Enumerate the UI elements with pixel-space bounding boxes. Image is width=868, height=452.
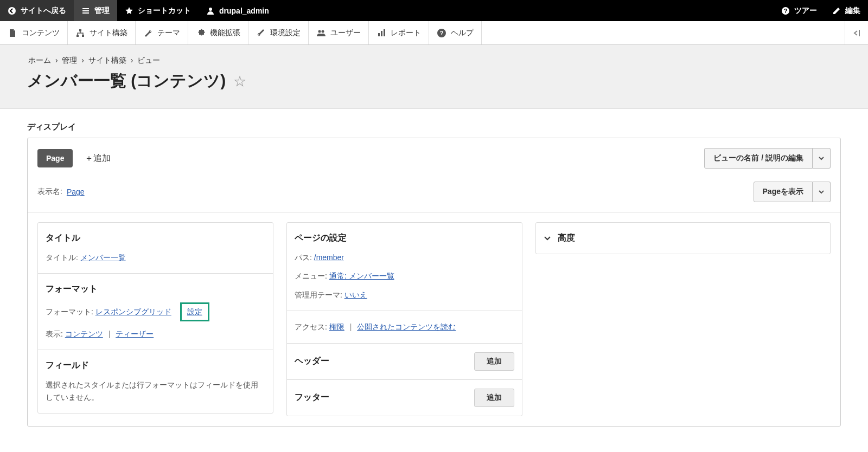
pencil-icon	[832, 7, 841, 15]
footer-heading: フッター	[295, 392, 329, 403]
section-footer: フッター 追加	[287, 380, 522, 416]
edit-view-name-label[interactable]: ビューの名前 / 説明の編集	[704, 148, 813, 169]
nav-config[interactable]: 環境設定	[248, 21, 309, 44]
bar-chart-icon	[376, 28, 386, 38]
user-menu[interactable]: drupal_admin	[199, 0, 277, 21]
breadcrumb: ホーム › 管理 › サイト構築 › ビュー	[27, 56, 841, 66]
title-heading: タイトル	[46, 233, 265, 244]
star-icon	[125, 7, 133, 15]
file-icon	[8, 28, 17, 38]
nav-content[interactable]: コンテンツ	[0, 21, 68, 44]
access-link[interactable]: 権限	[329, 322, 344, 331]
header-add-button[interactable]: 追加	[474, 352, 514, 371]
admin-toolbar: サイトへ戻る 管理 ショートカット drupal_admin ? ツアー	[0, 0, 868, 21]
svg-text:?: ?	[440, 30, 444, 36]
path-link[interactable]: /member	[314, 253, 344, 262]
puzzle-icon	[196, 28, 206, 38]
show-teaser-link[interactable]: ティーザー	[116, 330, 154, 338]
format-value-link[interactable]: レスポンシブグリッド	[95, 307, 171, 316]
breadcrumb-structure[interactable]: サイト構築	[88, 56, 126, 64]
breadcrumb-sep: ›	[131, 56, 133, 64]
breadcrumb-views[interactable]: ビュー	[137, 56, 160, 64]
favorite-star-icon[interactable]: ☆	[233, 73, 246, 90]
admin-theme-link[interactable]: いいえ	[344, 290, 367, 299]
nav-structure-label: サイト構築	[90, 28, 127, 38]
edit-label: 編集	[845, 6, 860, 16]
show-value-link[interactable]: コンテンツ	[65, 330, 103, 338]
user-label: drupal_admin	[219, 7, 269, 15]
footer-add-button[interactable]: 追加	[474, 389, 514, 407]
content-region: ディスプレイ Page ＋追加 ビューの名前 / 説明の編集 表示名: Page…	[0, 109, 868, 440]
nav-people[interactable]: ユーザー	[309, 21, 369, 44]
add-display-button[interactable]: ＋追加	[85, 153, 111, 164]
nav-extend[interactable]: 機能拡張	[188, 21, 248, 44]
advanced-toggle[interactable]: 高度	[536, 223, 830, 254]
settings-columns: タイトル タイトル: メンバー一覧 フォーマット フォーマット: レスポンシブグ…	[28, 212, 840, 426]
breadcrumb-sep: ›	[81, 56, 84, 64]
section-header: ヘッダー 追加	[287, 344, 522, 380]
view-page-button[interactable]: Pageを表示	[754, 182, 831, 202]
nav-config-label: 環境設定	[270, 28, 301, 38]
toolbar-collapse[interactable]	[845, 21, 868, 44]
header-heading: ヘッダー	[295, 356, 329, 367]
menu-label: メニュー:	[295, 272, 327, 280]
svg-rect-11	[384, 29, 385, 36]
help-circle-icon: ?	[781, 7, 790, 15]
breadcrumb-sep: ›	[55, 56, 58, 64]
format-heading: フォーマット	[46, 283, 265, 295]
column-third: 高度	[535, 222, 831, 254]
nav-content-label: コンテンツ	[22, 28, 60, 38]
back-to-site[interactable]: サイトへ戻る	[0, 0, 74, 21]
page-settings-heading: ページの設定	[295, 233, 514, 244]
breadcrumb-home[interactable]: ホーム	[28, 56, 51, 64]
edit-view-name-caret[interactable]	[813, 148, 831, 169]
menu-link[interactable]: 通常: メンバー一覧	[329, 272, 394, 280]
view-page-label[interactable]: Pageを表示	[754, 182, 813, 202]
chevron-down-icon	[544, 235, 551, 242]
format-label: フォーマット:	[46, 307, 93, 316]
section-title: タイトル タイトル: メンバー一覧	[38, 223, 273, 274]
edit-view-name-button[interactable]: ビューの名前 / 説明の編集	[704, 148, 831, 169]
display-name-label: 表示名:	[37, 187, 62, 197]
nav-reports[interactable]: レポート	[369, 21, 429, 44]
hamburger-icon	[81, 7, 90, 15]
tour-button[interactable]: ? ツアー	[774, 0, 825, 21]
svg-point-1	[209, 8, 212, 11]
breadcrumb-admin[interactable]: 管理	[62, 56, 77, 64]
display-name-link[interactable]: Page	[67, 188, 85, 196]
manage-toggle[interactable]: 管理	[74, 0, 117, 21]
format-settings-highlight: 設定	[180, 302, 209, 321]
svg-point-0	[8, 7, 16, 15]
access-perm-link[interactable]: 公開されたコンテンツを読む	[357, 322, 456, 331]
svg-rect-10	[381, 31, 382, 36]
access-label: アクセス:	[295, 322, 327, 331]
section-access: アクセス: 権限 | 公開されたコンテンツを読む	[287, 311, 522, 343]
arrow-left-circle-icon	[8, 7, 16, 15]
edit-button[interactable]: 編集	[825, 0, 868, 21]
column-first: タイトル タイトル: メンバー一覧 フォーマット フォーマット: レスポンシブグ…	[37, 222, 273, 414]
advanced-label: 高度	[558, 233, 575, 244]
admin-menu: コンテンツ サイト構築 テーマ 機能拡張 環境設定 ユーザー レポート	[0, 21, 868, 45]
fields-desc: 選択されたスタイルまたは行フォーマットはフィールドを使用していません。	[46, 379, 265, 403]
column-second: ページの設定 パス: /member メニュー: 通常: メンバー一覧 管理用テ…	[286, 222, 522, 416]
nav-structure[interactable]: サイト構築	[68, 21, 136, 44]
sitemap-icon	[75, 28, 85, 38]
chevron-down-icon	[818, 155, 825, 162]
shortcuts-toggle[interactable]: ショートカット	[117, 0, 199, 21]
display-name-row: 表示名: Page Pageを表示	[28, 176, 840, 212]
nav-extend-label: 機能拡張	[210, 28, 240, 38]
format-settings-link[interactable]: 設定	[187, 307, 202, 316]
nav-appearance[interactable]: テーマ	[136, 21, 188, 44]
nav-help[interactable]: ? ヘルプ	[429, 21, 482, 44]
back-to-site-label: サイトへ戻る	[21, 6, 66, 16]
svg-point-8	[322, 30, 324, 33]
path-label: パス:	[295, 253, 312, 262]
title-value-link[interactable]: メンバー一覧	[80, 253, 126, 262]
users-icon	[316, 28, 326, 38]
svg-rect-6	[82, 35, 84, 37]
view-page-caret[interactable]	[813, 182, 831, 202]
section-fields: フィールド 選択されたスタイルまたは行フォーマットはフィールドを使用していません…	[38, 350, 273, 413]
svg-rect-9	[378, 33, 380, 36]
tab-page[interactable]: Page	[37, 149, 73, 167]
nav-reports-label: レポート	[391, 28, 421, 38]
